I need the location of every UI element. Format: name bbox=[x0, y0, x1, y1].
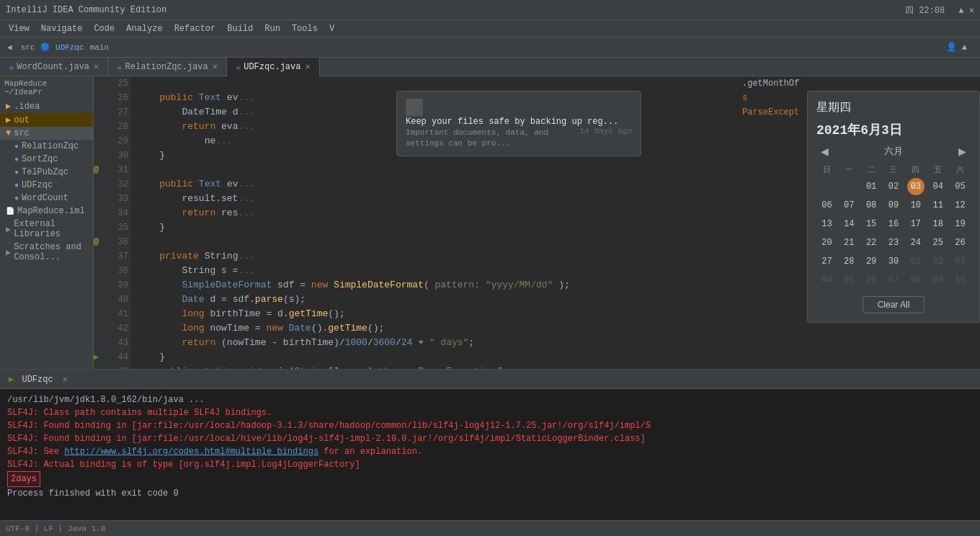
external-icon: ▶ bbox=[6, 224, 11, 235]
cal-day-next3[interactable]: 03 bbox=[952, 253, 969, 270]
clear-all-button[interactable]: Clear All bbox=[863, 296, 925, 313]
cal-header-thu: 四 bbox=[905, 163, 926, 177]
calendar-overlay: 星期四 2021年6月3日 ◀ 六月 ▶ 日 一 二 三 四 五 六 01 02 bbox=[807, 91, 980, 323]
cal-day-8[interactable]: 08 bbox=[863, 197, 880, 214]
cal-day-15[interactable]: 15 bbox=[863, 215, 880, 233]
sidebar-label-telpubzqc: TelPubZqc bbox=[22, 167, 68, 177]
sidebar-item-src[interactable]: ▼ src bbox=[0, 127, 93, 140]
notification-popup: Keep your files safe by backing up reg..… bbox=[396, 91, 641, 156]
cal-day-10[interactable]: 10 bbox=[907, 197, 925, 214]
cal-day-17[interactable]: 17 bbox=[907, 215, 925, 233]
cal-day-19[interactable]: 19 bbox=[952, 215, 969, 233]
window-controls[interactable]: ▲ ✕ bbox=[958, 5, 974, 15]
cal-day-20[interactable]: 20 bbox=[818, 234, 835, 251]
cal-day-next2[interactable]: 02 bbox=[930, 253, 947, 270]
cal-day-14[interactable]: 14 bbox=[840, 215, 858, 233]
notif-title: Keep your files safe by backing up reg..… bbox=[406, 117, 618, 127]
cal-day-2[interactable]: 02 bbox=[885, 178, 902, 195]
system-time: 四 22:08 ▲ ✕ bbox=[905, 4, 974, 16]
cal-day-empty2[interactable] bbox=[840, 178, 858, 195]
cal-day-9[interactable]: 09 bbox=[885, 197, 902, 214]
cal-day-next7[interactable]: 07 bbox=[885, 272, 902, 289]
term-line-5: SLF4J: See http://www.slf4j.org/codes.ht… bbox=[7, 445, 973, 458]
cal-day-5[interactable]: 05 bbox=[952, 178, 969, 195]
menu-build[interactable]: Build bbox=[221, 22, 259, 35]
tab-relationzqc[interactable]: ☕ RelationZqc.java ✕ bbox=[108, 58, 227, 76]
main-layout: MapReduce ~/IdeaPr ▶ .idea ▶ out ▼ src ●… bbox=[0, 76, 980, 369]
cal-header-fri: 五 bbox=[927, 163, 948, 177]
term-line-1: /usr/lib/jvm/jdk1.8.0_162/bin/java ... bbox=[7, 393, 973, 406]
cal-next-btn[interactable]: ▶ bbox=[954, 144, 971, 158]
relationzqc-icon: ● bbox=[14, 143, 19, 151]
cal-day-26[interactable]: 26 bbox=[952, 234, 969, 251]
cal-day-23[interactable]: 23 bbox=[885, 234, 902, 251]
cal-day-28[interactable]: 28 bbox=[840, 253, 858, 270]
sidebar-item-telpubzqc[interactable]: ● TelPubZqc bbox=[0, 166, 93, 179]
tab-wordcount[interactable]: ☕ WordCount.java ✕ bbox=[0, 58, 108, 76]
cal-day-next10[interactable]: 10 bbox=[952, 272, 969, 289]
cal-day-next5[interactable]: 05 bbox=[840, 272, 858, 289]
right-code-overlay: .getMonthOfYear()), s ParseException{ bbox=[742, 76, 800, 369]
user-icon[interactable]: 👤 ▲ bbox=[946, 42, 967, 53]
result-2days: 2days bbox=[7, 471, 40, 487]
tab-udfzqc[interactable]: ☕ UDFzqc.java ✕ bbox=[227, 58, 320, 76]
cal-day-12[interactable]: 12 bbox=[952, 197, 969, 214]
cal-day-3-today[interactable]: 03 bbox=[907, 178, 925, 195]
time-display: 四 22:08 bbox=[905, 5, 945, 15]
cal-day-6[interactable]: 06 bbox=[818, 197, 835, 214]
cal-day-30[interactable]: 30 bbox=[885, 253, 902, 270]
cal-day-13[interactable]: 13 bbox=[818, 215, 835, 233]
cal-day-next4[interactable]: 04 bbox=[818, 272, 835, 289]
sidebar-label-relationzqc: RelationZqc bbox=[22, 141, 79, 151]
cal-day-next8[interactable]: 08 bbox=[907, 272, 925, 289]
calendar-nav: ◀ 六月 ▶ bbox=[816, 144, 971, 158]
editor-area[interactable]: @ @ ▶ 252627282 bbox=[94, 76, 980, 369]
tab-udfzqc-close[interactable]: ✕ bbox=[305, 61, 310, 72]
back-icon[interactable]: ◀ bbox=[4, 41, 15, 53]
toolbar-src: src bbox=[18, 42, 38, 53]
cal-day-16[interactable]: 16 bbox=[885, 215, 902, 233]
sidebar-item-mapreduceiml[interactable]: 📄 MapReduce.iml bbox=[0, 205, 93, 218]
cal-day-22[interactable]: 22 bbox=[863, 234, 880, 251]
menu-code[interactable]: Code bbox=[88, 22, 120, 35]
cal-day-next1[interactable]: 01 bbox=[907, 253, 925, 270]
sidebar-item-relationzqc[interactable]: ● RelationZqc bbox=[0, 140, 93, 153]
terminal-tab-udfzqc[interactable]: ▶ UDFzqc ✕ bbox=[0, 372, 76, 386]
sidebar-item-scratches[interactable]: ▶ Scratches and Consol... bbox=[0, 241, 93, 264]
cal-prev-btn[interactable]: ◀ bbox=[816, 144, 833, 158]
cal-day-1[interactable]: 01 bbox=[863, 178, 880, 195]
cal-day-24[interactable]: 24 bbox=[907, 234, 925, 251]
cal-day-21[interactable]: 21 bbox=[840, 234, 858, 251]
sidebar-item-idea[interactable]: ▶ .idea bbox=[0, 99, 93, 113]
sidebar-item-out[interactable]: ▶ out bbox=[0, 113, 93, 127]
menu-refactor[interactable]: Refactor bbox=[169, 22, 222, 35]
tab-relationzqc-label: RelationZqc.java bbox=[125, 62, 208, 72]
calendar-grid: 日 一 二 三 四 五 六 01 02 03 04 05 06 07 08 09 bbox=[816, 163, 971, 289]
menu-view[interactable]: View bbox=[3, 22, 35, 35]
cal-day-11[interactable]: 11 bbox=[930, 197, 947, 214]
term-line-3: SLF4J: Found binding in [jar:file:/usr/l… bbox=[7, 419, 973, 432]
cal-day-4[interactable]: 04 bbox=[930, 178, 947, 195]
sidebar-item-external[interactable]: ▶ External Libraries bbox=[0, 218, 93, 241]
sidebar-item-udfzqc[interactable]: ● UDFzqc bbox=[0, 179, 93, 192]
sidebar-item-wordcount[interactable]: ● WordCount bbox=[0, 192, 93, 205]
cal-day-next9[interactable]: 09 bbox=[930, 272, 947, 289]
slf4j-link[interactable]: http://www.slf4j.org/codes.html#multiple… bbox=[64, 447, 318, 457]
menu-run[interactable]: Run bbox=[259, 22, 286, 35]
terminal-tab-close[interactable]: ✕ bbox=[63, 375, 68, 385]
cal-day-next6[interactable]: 06 bbox=[863, 272, 880, 289]
cal-day-25[interactable]: 25 bbox=[930, 234, 947, 251]
tab-relationzqc-close[interactable]: ✕ bbox=[213, 61, 218, 72]
cal-day-27[interactable]: 27 bbox=[818, 253, 835, 270]
cal-day-18[interactable]: 18 bbox=[930, 215, 947, 233]
sidebar-item-sortzqc[interactable]: ● SortZqc bbox=[0, 153, 93, 166]
menu-v[interactable]: V bbox=[324, 22, 340, 35]
toolbar: ◀ src 🔵 UDFzqc main 👤 ▲ bbox=[0, 37, 980, 58]
cal-day-7[interactable]: 07 bbox=[840, 197, 858, 214]
cal-day-empty1[interactable] bbox=[818, 178, 835, 195]
tab-wordcount-close[interactable]: ✕ bbox=[94, 61, 99, 72]
menu-navigate[interactable]: Navigate bbox=[35, 22, 89, 35]
cal-day-29[interactable]: 29 bbox=[863, 253, 880, 270]
menu-tools[interactable]: Tools bbox=[286, 22, 324, 35]
menu-analyze[interactable]: Analyze bbox=[120, 22, 168, 35]
